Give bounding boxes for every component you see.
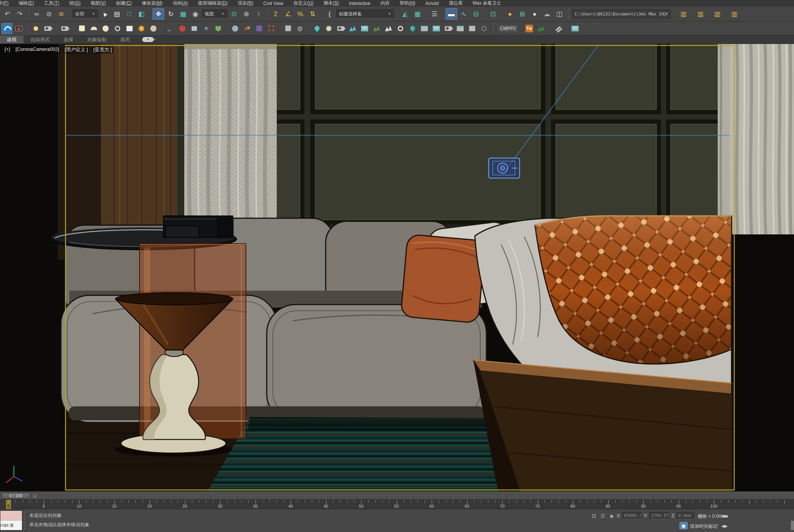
use-pivot-point-center-icon[interactable]: ⊙ xyxy=(228,8,240,20)
next-frame-button[interactable]: › xyxy=(32,493,38,499)
bed-wood-base[interactable] xyxy=(473,360,732,492)
menu-item-7[interactable]: 动画(A) xyxy=(168,0,193,7)
select-and-place-icon[interactable]: ◉ xyxy=(190,8,201,20)
corona-proxy-exporter-icon[interactable] xyxy=(59,23,70,34)
asset-save-icon[interactable]: ▥ xyxy=(728,8,740,20)
listener-row[interactable]: cript 迷 xyxy=(0,520,22,530)
percent-snap-toggle-icon[interactable]: % xyxy=(294,8,306,20)
calculator-icon[interactable] xyxy=(283,23,293,34)
angle-snap-toggle-icon[interactable]: ∠ xyxy=(282,8,294,20)
corona-sun-icon[interactable] xyxy=(136,23,147,34)
reference-coordinate-system-dropdown[interactable]: 视图▼ xyxy=(202,9,227,19)
edit-named-selection-sets-icon[interactable]: { xyxy=(324,8,335,20)
menu-item-4[interactable]: 视图(V) xyxy=(86,0,111,7)
corona-dome-light-icon[interactable] xyxy=(88,23,99,34)
select-and-rotate-icon[interactable]: ↻ xyxy=(165,8,177,20)
curve-editor-icon[interactable]: ∿ xyxy=(458,8,469,20)
ribbon-tab-4[interactable]: 对象绘制 xyxy=(80,35,113,44)
material-page-icon[interactable] xyxy=(407,23,418,34)
corona-material-override-icon[interactable] xyxy=(112,23,123,34)
panel-list-icon[interactable] xyxy=(570,23,580,34)
corona-light-icon[interactable] xyxy=(30,23,41,34)
toolbar-drag-handle[interactable] xyxy=(567,8,570,19)
undo-icon[interactable]: ↶ xyxy=(2,8,13,20)
scatter-particles-icon[interactable] xyxy=(165,23,176,34)
forest-pack-icon[interactable]: Fp xyxy=(524,23,535,34)
ribbon-tab-3[interactable]: 选择 xyxy=(57,35,80,44)
forest-teal-trees-icon[interactable] xyxy=(347,23,358,34)
asset-open-icon[interactable]: ▥ xyxy=(712,8,723,20)
corona-sphere-light-icon[interactable] xyxy=(100,23,111,34)
stone-sphere-icon[interactable] xyxy=(230,23,241,34)
spiral-icon[interactable]: @ xyxy=(294,23,305,34)
corona-rect-light-icon[interactable] xyxy=(76,23,87,34)
image-export-icon[interactable] xyxy=(419,23,430,34)
asset-export-icon[interactable]: ▥ xyxy=(695,8,706,20)
menu-item-11[interactable]: 自定义(U) xyxy=(288,0,319,7)
menu-item-8[interactable]: 图形编辑器(D) xyxy=(193,0,233,7)
berries-icon[interactable] xyxy=(242,23,252,34)
toggle-scene-explorer-icon[interactable]: ☰ xyxy=(429,8,440,20)
keyboard-shortcut-override-icon[interactable]: ↑ xyxy=(253,8,264,20)
y-coord-field[interactable]: 1709.57mm xyxy=(649,512,669,519)
ribbon-tab-5[interactable]: 填充 xyxy=(113,35,137,44)
sun-rig-icon[interactable] xyxy=(323,23,334,34)
select-and-manipulate-icon[interactable]: ⊕ xyxy=(241,8,252,20)
window-crossing-icon[interactable]: ◧ xyxy=(136,8,147,20)
corona-sky-icon[interactable] xyxy=(148,23,159,34)
viewport-label-segment-4[interactable]: [亚克力 ] xyxy=(92,46,113,54)
x-coord-field[interactable]: 65806.359 xyxy=(622,512,641,519)
pillow-orange[interactable] xyxy=(400,234,485,323)
menu-item-13[interactable]: Interactive xyxy=(344,1,375,6)
camera-pair-icon[interactable] xyxy=(443,23,454,34)
menu-item-16[interactable]: Arnold xyxy=(421,1,444,6)
corona-camera-icon[interactable] xyxy=(42,23,53,34)
acrylic-panel[interactable] xyxy=(140,244,246,439)
menu-item-1[interactable]: 编辑(E) xyxy=(13,0,39,7)
render-production-icon[interactable]: ● xyxy=(529,8,540,20)
align-icon[interactable]: ▦ xyxy=(412,8,423,20)
z-coord-field[interactable]: 0.0mm xyxy=(676,512,694,519)
named-selection-sets-dropdown[interactable]: 创建选择集▼ xyxy=(336,9,394,19)
open-autodesk-a360-icon[interactable]: ◫ xyxy=(553,8,565,20)
go-to-start-button[interactable]: |◀◀ xyxy=(719,512,729,519)
stereo-camera-icon[interactable] xyxy=(335,23,346,34)
arch-icon[interactable] xyxy=(395,23,406,34)
render-in-cloud-icon[interactable]: ☁ xyxy=(541,8,553,20)
rectangular-selection-region-icon[interactable]: □ xyxy=(123,8,135,20)
menu-item-12[interactable]: 脚本(S) xyxy=(319,0,344,7)
white-trees-icon[interactable] xyxy=(383,23,394,34)
crown-icon[interactable] xyxy=(467,23,478,34)
menu-item-2[interactable]: 工具(T) xyxy=(39,0,64,7)
status-splitter[interactable] xyxy=(24,512,25,529)
selection-filter-dropdown[interactable]: 全部▼ xyxy=(72,9,98,19)
window-frame-icon[interactable] xyxy=(455,23,466,34)
toolbar-drag-handle[interactable] xyxy=(492,23,495,34)
key-step-buttons[interactable]: ◀ ▶ xyxy=(719,522,729,529)
character-icon[interactable] xyxy=(254,23,264,34)
macro-recorder-row[interactable] xyxy=(0,511,22,520)
menu-item-10[interactable]: Civil View xyxy=(258,1,288,6)
snap-toggle-icon[interactable]: 2 xyxy=(270,8,281,20)
forest-trees-icon[interactable] xyxy=(536,23,547,34)
viewport-scene[interactable] xyxy=(0,44,794,492)
corona-renderer-logo-icon[interactable] xyxy=(2,23,12,34)
teal-drop-icon[interactable] xyxy=(311,23,322,34)
menu-item-5[interactable]: 创建(C) xyxy=(111,0,137,7)
viewport-label-segment-1[interactable]: [+] xyxy=(3,46,12,54)
ribbon-tab-1[interactable]: 建模 xyxy=(0,35,24,44)
time-tag-label[interactable]: 添加时间标记 xyxy=(690,523,718,530)
ribbon-collapse-button[interactable]: ▼ xyxy=(142,37,154,42)
rendered-frame-window-icon[interactable]: ⊞ xyxy=(516,8,528,20)
select-and-scale-icon[interactable]: ▩ xyxy=(177,8,189,20)
menu-item-0[interactable]: 文件(F) xyxy=(0,0,13,7)
time-slider-handle[interactable]: 0 / 100 xyxy=(2,493,30,499)
conifer-trees-icon[interactable] xyxy=(371,23,382,34)
unlink-selection-icon[interactable]: ⊘ xyxy=(43,8,55,20)
fountain-icon[interactable] xyxy=(189,23,200,34)
select-and-link-icon[interactable]: ∞ xyxy=(31,8,42,20)
maxscript-mini-listener[interactable]: cript 迷 xyxy=(0,510,22,530)
gear-dial-icon[interactable] xyxy=(479,23,490,34)
menu-item-3[interactable]: 组(G) xyxy=(64,0,86,7)
menu-item-9[interactable]: 渲染(R) xyxy=(232,0,258,7)
